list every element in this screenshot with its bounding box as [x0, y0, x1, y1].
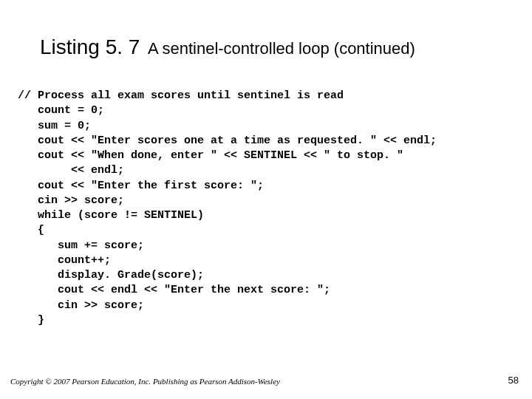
code-listing: // Process all exam scores until sentine… [18, 89, 514, 328]
page-number: 58 [508, 375, 519, 386]
listing-subtitle: A sentinel-controlled loop (continued) [148, 39, 415, 58]
copyright-footer: Copyright © 2007 Pearson Education, Inc.… [10, 377, 280, 386]
listing-label: Listing 5. 7 [40, 35, 140, 58]
slide: Listing 5. 7 A sentinel-controlled loop … [0, 0, 532, 399]
title-line: Listing 5. 7 A sentinel-controlled loop … [40, 35, 502, 59]
